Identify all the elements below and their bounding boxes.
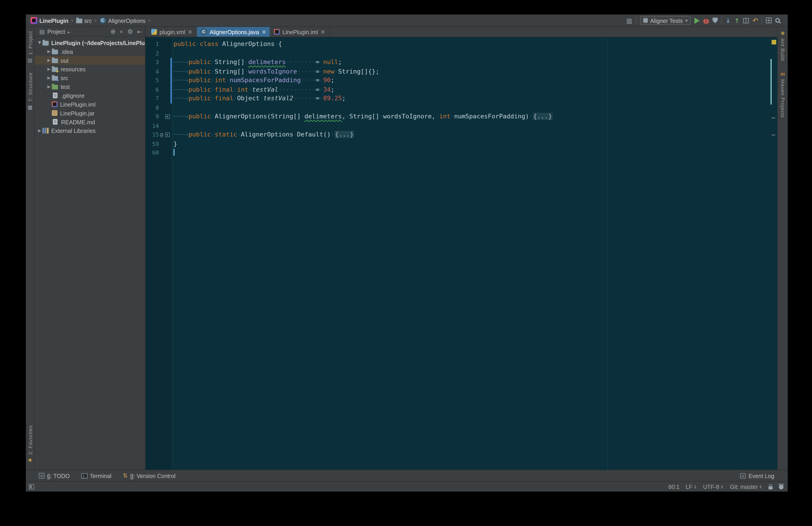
settings-gear-button[interactable] [127,29,133,35]
toolwindow-button-todo[interactable]: 6: TODO [39,472,70,479]
hide-panel-button[interactable] [137,29,142,34]
line-number[interactable]: 59 [145,139,159,149]
line-number[interactable]: 3 [145,58,159,67]
vcs-rollback-button[interactable] [752,17,758,24]
code-token: { [278,40,282,47]
tree-item[interactable]: LinePlugin.iml [35,100,145,109]
tool-window-toggle-icon[interactable] [29,484,34,489]
line-number[interactable]: 1 [145,40,159,49]
code-token: · [301,113,304,120]
version-control-icon [123,473,128,479]
tool-stripe-button[interactable]: 1: Project [27,31,33,63]
chevron-right-icon[interactable] [46,49,52,54]
tab-label: AlignerOptions.java [209,29,259,35]
line-number[interactable]: 7 [145,94,159,103]
breadcrumb-item[interactable]: AlignerOptions [98,16,147,24]
tool-stripe-button[interactable]: Maven Projects [780,70,785,118]
tree-item[interactable]: out [35,56,145,65]
toolwindow-button-terminal[interactable]: Terminal [81,472,112,479]
chevron-right-icon[interactable] [46,76,52,80]
code-token: ·········· [278,86,316,93]
run-configuration-select[interactable]: Aligner Tests [640,16,691,25]
search-everywhere-icon[interactable] [775,18,780,23]
tree-item[interactable]: test [35,82,145,91]
project-icon [28,58,33,63]
line-number[interactable]: 9 [145,112,159,121]
status-bar: 60:1LFUTF-8Git: master [26,481,787,492]
tool-stripe-button[interactable]: 2: Favorites [27,425,33,463]
tree-item[interactable]: LinePlugin.jar [35,109,145,118]
fold-toggle[interactable] [164,133,170,137]
code-token: · [211,113,215,120]
line-number[interactable]: 15 [145,130,159,139]
code-token: ───→ [174,58,188,66]
toolwindow-button-versioncontrol[interactable]: 9: Version Control [123,472,175,479]
line-separator-widget[interactable]: LF [685,483,697,490]
line-number[interactable]: 6 [145,85,159,94]
write-lock-icon[interactable] [768,486,772,489]
git-branch-widget[interactable]: Git: master [730,483,763,490]
inspections-profile-icon[interactable] [779,485,784,490]
error-stripe[interactable] [770,37,777,470]
inspections-status-icon[interactable] [772,40,777,45]
line-number[interactable]: 5 [145,76,159,85]
tree-item[interactable]: src [35,74,145,82]
code-token: testVal2 [263,95,293,102]
event-log-button[interactable]: Event Log [740,472,774,479]
run-button[interactable] [694,17,700,24]
coverage-button[interactable] [712,18,718,23]
editor-tab[interactable]: LinePlugin.iml [271,27,330,37]
editor-tab[interactable]: plugin.xml [147,27,197,37]
chevron-right-icon[interactable] [46,67,52,72]
chevron-down-icon[interactable] [37,40,42,45]
collapse-all-button[interactable] [119,30,125,33]
vcs-compare-button[interactable] [743,18,749,23]
code-token: public [188,113,211,120]
code-token: {...} [334,131,354,138]
line-number[interactable]: 2 [145,49,159,58]
vcs-update-button[interactable] [725,17,731,24]
code-token: ───→ [174,113,188,120]
restore-layout-button[interactable] [766,18,772,23]
caret-position-widget[interactable]: 60:1 [668,483,680,490]
line-number[interactable]: 8 [145,103,159,112]
tab-close-icon[interactable] [320,29,325,35]
stripe-mark[interactable] [772,118,775,119]
tree-item[interactable]: .idea [35,47,145,56]
line-number[interactable]: 14 [145,121,159,130]
code-line: 6───→public·final·int·testVal··········=… [145,85,777,94]
code-editor[interactable]: 1public·class·AlignerOptions·{23───→publ… [145,37,777,470]
encoding-widget[interactable]: UTF-8 [703,483,724,490]
debug-button[interactable] [703,18,709,24]
tree-item[interactable]: .gitignore [35,91,145,100]
chevron-right-icon[interactable] [46,85,52,89]
tree-item[interactable]: resources [35,65,145,74]
view-selector-chevron-icon[interactable] [68,28,70,35]
tool-stripe-button[interactable]: Ant Build [780,30,785,61]
vcs-commit-button[interactable] [734,17,740,24]
stripe-mark[interactable] [772,134,775,136]
editor-tab[interactable]: AlignerOptions.java [197,27,271,37]
code-area[interactable]: 1public·class·AlignerOptions·{23───→publ… [145,40,777,157]
chevron-right-icon[interactable] [46,58,52,63]
code-token: ····· [297,67,316,75]
tab-close-icon[interactable] [262,29,266,35]
breadcrumb-item[interactable]: LinePlugin [29,16,70,24]
tree-item[interactable]: External Libraries [35,126,145,135]
breadcrumb-item[interactable]: src [75,17,93,24]
tree-item[interactable]: README.md [35,118,145,126]
tab-close-icon[interactable] [188,29,192,35]
tree-item[interactable]: LinePlugin (~/IdeaProjects/LinePlu [35,38,145,47]
chevron-right-icon[interactable] [37,128,42,133]
changed-lines-marker[interactable] [770,59,772,105]
event-log-label: Event Log [749,472,774,479]
scroll-from-source-button[interactable] [110,29,116,35]
line-number[interactable]: 60 [145,149,159,157]
status-label: Git: master [730,483,758,490]
fold-toggle[interactable] [164,115,170,119]
line-number[interactable]: 4 [145,67,159,76]
folder-icon [76,18,82,23]
tool-stripe-button[interactable]: 7: Structure [27,73,33,110]
gutter-annotation: @ [159,130,164,139]
tool-buttons-toggle-icon[interactable] [626,17,632,24]
